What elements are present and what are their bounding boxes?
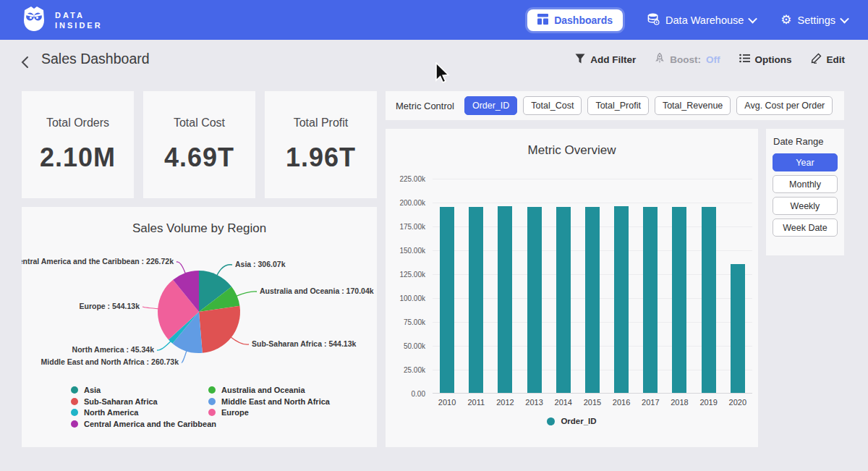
date-range-option[interactable]: Monthly xyxy=(773,175,838,193)
add-filter-button[interactable]: Add Filter xyxy=(575,54,636,66)
legend-dot xyxy=(547,417,555,425)
pie-legend-item: Australia and Oceania xyxy=(208,386,305,394)
database-icon xyxy=(647,13,660,27)
legend-dot xyxy=(208,398,216,405)
metric-option-chip[interactable]: Total_Cost xyxy=(523,96,582,115)
date-range-option[interactable]: Year xyxy=(773,153,838,171)
pie-legend-item: Asia xyxy=(71,386,101,394)
chevron-down-icon xyxy=(748,14,757,24)
legend-label: Sub-Saharan Africa xyxy=(84,397,158,406)
pie-chart-title: Sales Volume by Region xyxy=(22,221,377,236)
metric-option-chip[interactable]: Order_ID xyxy=(464,96,517,115)
bar-chart-title: Metric Overview xyxy=(386,143,758,158)
pie-leader-line xyxy=(176,262,186,274)
dashboards-grid-icon xyxy=(537,14,548,27)
pie-leader-line xyxy=(236,292,257,297)
metric-option-chip[interactable]: Avg. Cost per Order xyxy=(736,96,833,115)
bar[interactable] xyxy=(731,264,745,394)
filter-icon xyxy=(575,54,585,66)
bar[interactable] xyxy=(527,207,542,394)
legend-label: Central America and the Caribbean xyxy=(84,420,216,428)
x-axis-labels: 2010201120122013201420152016201720182019… xyxy=(433,398,752,407)
date-range-option[interactable]: Week Date xyxy=(773,218,838,237)
bar[interactable] xyxy=(614,206,629,394)
sales-volume-panel: Sales Volume by Region Asia : 306.07kAus… xyxy=(22,207,377,447)
back-button[interactable] xyxy=(19,56,33,70)
date-range-panel: Date Range YearMonthlyWeeklyWeek Date xyxy=(766,129,844,255)
pie-legend-item: Europe xyxy=(208,408,249,417)
bar[interactable] xyxy=(643,207,658,394)
legend-label: Middle East and North Africa xyxy=(221,397,330,406)
top-navbar: DATA INSIDER Dashboards xyxy=(0,0,868,40)
bar[interactable] xyxy=(672,207,686,394)
x-tick-label: 2010 xyxy=(433,398,461,407)
kpi-value: 1.96T xyxy=(286,143,356,173)
y-tick-label: 175.00k xyxy=(386,223,425,231)
edit-pencil-icon xyxy=(811,53,822,66)
metric-option-chip[interactable]: Total_Profit xyxy=(587,96,649,115)
pie-slice-label: Sub-Saharan Africa : 544.13k xyxy=(252,339,356,348)
kpi-card-total-profit: Total Profit 1.96T xyxy=(265,91,377,198)
pie-leader-line xyxy=(182,350,187,363)
metric-control-bar: Metric Control Order_IDTotal_CostTotal_P… xyxy=(386,91,844,120)
x-tick-label: 2020 xyxy=(723,398,752,407)
pie-slice-label: Australia and Oceania : 170.04k xyxy=(260,287,374,295)
y-tick-label: 25.00k xyxy=(386,366,425,374)
metric-option-chip[interactable]: Total_Revenue xyxy=(655,96,731,115)
pie-leader-line xyxy=(142,307,159,309)
pie-leader-line xyxy=(157,341,171,350)
options-list-icon xyxy=(739,54,750,65)
legend-dot xyxy=(208,409,216,416)
x-tick-label: 2017 xyxy=(636,398,665,407)
boost-toggle[interactable]: Boost: Off xyxy=(655,53,720,66)
pie-slice-label: Asia : 306.07k xyxy=(235,260,286,268)
bar-chart-legend: Order_ID xyxy=(386,417,758,425)
pie-legend-item: Middle East and North Africa xyxy=(208,397,330,406)
bar[interactable] xyxy=(702,207,716,394)
pie-legend-item: Central America and the Caribbean xyxy=(71,420,216,428)
kpi-card-total-cost: Total Cost 4.69T xyxy=(143,91,255,198)
rocket-icon xyxy=(655,53,665,66)
settings-menu[interactable]: ⚙ Settings xyxy=(780,14,848,26)
legend-dot xyxy=(71,420,78,428)
legend-dot xyxy=(71,398,78,405)
edit-button[interactable]: Edit xyxy=(811,53,846,66)
y-tick-label: 75.00k xyxy=(386,318,425,326)
legend-label: Australia and Oceania xyxy=(221,386,305,394)
pie-slice[interactable] xyxy=(199,306,240,353)
options-button[interactable]: Options xyxy=(739,54,792,65)
date-range-option[interactable]: Weekly xyxy=(773,197,838,215)
dashboards-button[interactable]: Dashboards xyxy=(527,9,623,31)
pie-leader-line xyxy=(230,336,249,344)
bar[interactable] xyxy=(440,207,454,394)
bar[interactable] xyxy=(585,207,600,394)
bar[interactable] xyxy=(498,206,512,394)
kpi-label: Total Cost xyxy=(174,116,225,130)
y-tick-label: 100.00k xyxy=(386,294,425,302)
kpi-value: 2.10M xyxy=(40,143,116,173)
kpi-label: Total Orders xyxy=(46,116,109,130)
x-tick-label: 2013 xyxy=(520,398,549,407)
y-tick-label: 150.00k xyxy=(386,247,425,255)
metric-overview-chart: Metric Overview 225.00k200.00k175.00k150… xyxy=(386,129,758,447)
data-warehouse-menu[interactable]: Data Warehouse xyxy=(647,13,756,27)
pie-slice-label: Middle East and North Africa : 260.73k xyxy=(41,357,179,366)
bar[interactable] xyxy=(556,207,571,394)
pie-legend-item: Sub-Saharan Africa xyxy=(71,397,158,406)
boost-state: Off xyxy=(706,54,720,65)
bar[interactable] xyxy=(469,207,483,394)
x-tick-label: 2019 xyxy=(694,398,723,407)
legend-label: Europe xyxy=(221,408,249,417)
kpi-card-total-orders: Total Orders 2.10M xyxy=(22,91,134,198)
page-title: Sales Dashboard xyxy=(41,51,150,67)
pie-leader-line xyxy=(216,265,232,276)
date-range-options: YearMonthlyWeeklyWeek Date xyxy=(773,153,838,237)
legend-label: North America xyxy=(84,408,138,417)
y-tick-label: 225.00k xyxy=(386,175,425,183)
kpi-label: Total Profit xyxy=(294,116,349,130)
gear-icon: ⚙ xyxy=(780,14,791,26)
x-tick-label: 2012 xyxy=(490,398,519,407)
legend-dot xyxy=(71,409,78,416)
legend-label: Order_ID xyxy=(561,417,596,425)
date-range-label: Date Range xyxy=(773,136,838,147)
